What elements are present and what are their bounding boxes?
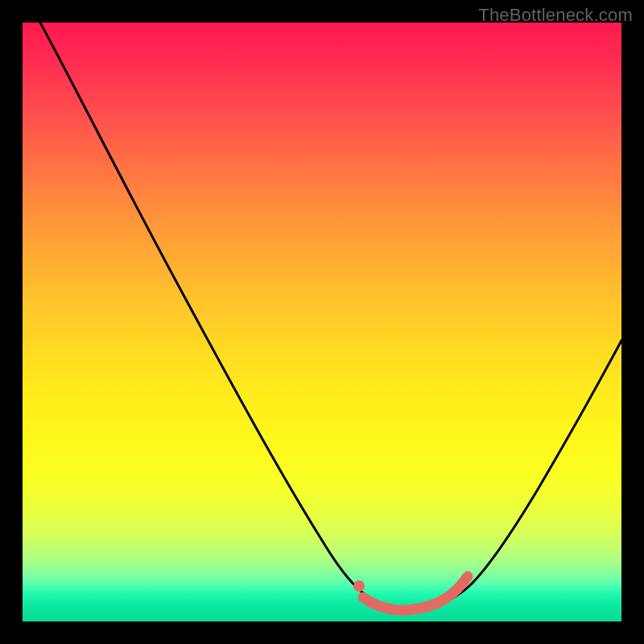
highlight-dot (353, 580, 365, 592)
watermark-text: TheBottleneck.com (478, 5, 633, 26)
plot-area (23, 23, 621, 621)
bottleneck-curve-path (40, 23, 621, 609)
chart-container: TheBottleneck.com (0, 0, 644, 644)
curve-layer (23, 23, 621, 621)
highlight-flat-path (363, 576, 468, 610)
